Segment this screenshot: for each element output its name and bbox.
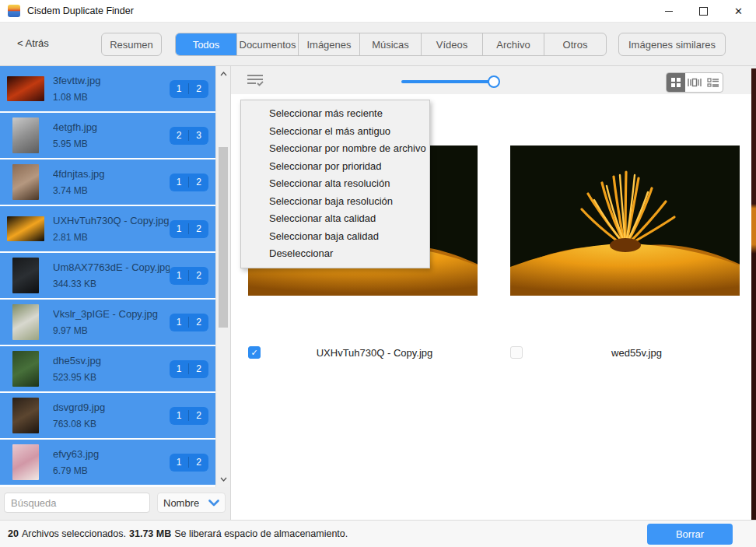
tab-archivo[interactable]: Archivo [483, 33, 544, 55]
duplicate-list-item[interactable]: 4fdnjtas.jpg3.74 MB12 [0, 160, 215, 205]
menu-item[interactable]: Seleccionar por prioridad [241, 158, 429, 176]
tab-músicas[interactable]: Músicas [360, 33, 422, 55]
scrollbar-thumb[interactable] [219, 147, 228, 328]
menu-item[interactable]: Seleccionar alta resolución [241, 175, 429, 193]
file-meta: dhe5sv.jpg523.95 KB [53, 355, 170, 383]
selected-total-badge[interactable]: 12 [170, 454, 208, 472]
file-meta: Vkslr_3pIGE - Copy.jpg9.97 MB [53, 308, 170, 336]
sidebar: 3fevttw.jpg1.08 MB124etgfh.jpg5.95 MB234… [0, 66, 230, 520]
resumen-button[interactable]: Resumen [101, 33, 162, 56]
badge-selected: 1 [170, 177, 189, 188]
badge-total: 2 [189, 317, 208, 328]
sidebar-scrollbar[interactable] [215, 66, 230, 487]
file-meta: UXHvTuh730Q - Copy.jpg2.81 MB [53, 215, 170, 243]
file-thumbnail [12, 444, 39, 480]
sort-field-dropdown[interactable]: Nombre [157, 493, 226, 513]
scroll-down-icon[interactable] [216, 473, 230, 486]
duplicate-list-item[interactable]: dsvgrd9.jpg763.08 KB12 [0, 393, 215, 438]
badge-total: 3 [189, 130, 208, 141]
selected-total-badge[interactable]: 12 [170, 314, 208, 331]
thumbnail-wrap [5, 398, 47, 433]
tab-documentos[interactable]: Documentos [237, 33, 299, 55]
selected-total-badge[interactable]: 12 [170, 360, 208, 378]
badge-selected: 2 [170, 130, 189, 141]
menu-item[interactable]: Seleccionar baja calidad [241, 228, 429, 246]
duplicate-list-item[interactable]: Um8AX7763dE - Copy.jpg344.33 KB12 [0, 253, 215, 298]
duplicate-list-item[interactable]: 4etgfh.jpg5.95 MB23 [0, 113, 215, 158]
back-button[interactable]: < Atrás [17, 37, 49, 49]
checkrow-1: ✓ UXHvTuh730Q - Copy.jpg [248, 346, 478, 359]
selected-total-badge[interactable]: 12 [170, 80, 208, 98]
app-window: Cisdem Duplicate Finder ✕ < Atrás Resume… [0, 0, 756, 547]
file-name: Um8AX7763dE - Copy.jpg [53, 261, 170, 273]
duplicate-list-item[interactable]: dhe5sv.jpg523.95 KB12 [0, 346, 215, 391]
duplicate-list-item[interactable]: efvy63.jpg6.79 MB12 [0, 440, 215, 485]
maximize-button[interactable] [686, 0, 721, 22]
file-meta: 4fdnjtas.jpg3.74 MB [53, 168, 170, 196]
file-thumbnail [12, 258, 39, 293]
menu-item[interactable]: Seleccionar por nombre de archivo [241, 140, 429, 158]
badge-total: 2 [189, 177, 208, 188]
freed-size-label: Se liberará espacio de almacenamiento. [174, 528, 348, 539]
close-button[interactable]: ✕ [721, 0, 756, 22]
delete-button[interactable]: Borrar [647, 524, 733, 545]
grid-view-button[interactable] [667, 73, 685, 92]
tab-todos[interactable]: Todos [176, 33, 237, 55]
carousel-view-button[interactable] [685, 73, 704, 92]
badge-selected: 1 [170, 223, 189, 234]
thumbnail-wrap [5, 117, 47, 153]
file-thumbnail [12, 398, 39, 433]
checkbox-1[interactable]: ✓ [248, 346, 261, 359]
next-group-edge-sliver [751, 68, 756, 520]
slider-handle[interactable] [488, 75, 500, 88]
chevron-down-icon [208, 500, 219, 507]
search-input[interactable] [4, 493, 150, 513]
menu-item[interactable]: Deseleccionar [241, 245, 429, 263]
duplicate-list-item[interactable]: 3fevttw.jpg1.08 MB12 [0, 66, 215, 111]
selected-count: 20 [8, 528, 19, 539]
file-size: 6.79 MB [53, 465, 170, 476]
menu-item[interactable]: Seleccionar alta calidad [241, 210, 429, 228]
thumbnail-size-slider[interactable] [401, 80, 499, 83]
auto-select-menu-icon[interactable] [247, 73, 264, 87]
main-panel: ✓ UXHvTuh730Q - Copy.jpg wed55v.jpg Sele… [230, 66, 756, 520]
selected-total-badge[interactable]: 12 [170, 174, 208, 191]
checkbox-2[interactable] [510, 346, 523, 359]
minimize-button[interactable] [651, 0, 686, 22]
selected-total-badge[interactable]: 12 [170, 267, 208, 285]
photo-filename-1: UXHvTuh730Q - Copy.jpg [271, 347, 478, 359]
nav-bar: < Atrás Resumen TodosDocumentosImágenesM… [0, 22, 756, 66]
badge-selected: 1 [170, 363, 189, 374]
selected-total-badge[interactable]: 12 [170, 220, 208, 238]
status-bar: 20 Archivos seleccionados. 31.73 MB Se l… [0, 520, 756, 547]
badge-selected: 1 [170, 317, 189, 328]
thumbnail-wrap [5, 76, 47, 101]
file-size: 5.95 MB [53, 139, 170, 149]
tab-vídeos[interactable]: Vídeos [422, 33, 483, 55]
title-bar: Cisdem Duplicate Finder ✕ [0, 0, 756, 22]
tab-otros[interactable]: Otros [544, 33, 606, 55]
duplicate-list-item[interactable]: Vkslr_3pIGE - Copy.jpg9.97 MB12 [0, 300, 215, 345]
list-view-button[interactable] [704, 73, 723, 92]
menu-item[interactable]: Seleccionar el más antiguo [241, 123, 429, 141]
scroll-up-icon[interactable] [216, 68, 230, 80]
tab-imágenes[interactable]: Imágenes [299, 33, 360, 55]
menu-item[interactable]: Seleccionar más reciente [241, 105, 429, 123]
menu-item[interactable]: Seleccionar baja resolución [241, 193, 429, 211]
thumbnail-wrap [5, 164, 47, 200]
badge-total: 2 [189, 270, 208, 281]
selected-total-badge[interactable]: 23 [170, 127, 208, 145]
badge-total: 2 [189, 457, 208, 468]
file-thumbnail [7, 76, 44, 101]
file-name: Vkslr_3pIGE - Copy.jpg [53, 308, 170, 320]
app-title: Cisdem Duplicate Finder [27, 5, 134, 16]
file-name: 4fdnjtas.jpg [53, 168, 170, 180]
similar-images-button[interactable]: Imágenes similares [618, 33, 726, 56]
file-thumbnail [12, 304, 39, 340]
selected-total-badge[interactable]: 12 [170, 407, 208, 425]
photo-preview-2[interactable] [510, 146, 740, 296]
duplicate-list-item[interactable]: UXHvTuh730Q - Copy.jpg2.81 MB12 [0, 206, 215, 251]
file-meta: 4etgfh.jpg5.95 MB [53, 121, 170, 149]
badge-selected: 1 [170, 83, 189, 94]
file-name: dhe5sv.jpg [53, 355, 170, 366]
